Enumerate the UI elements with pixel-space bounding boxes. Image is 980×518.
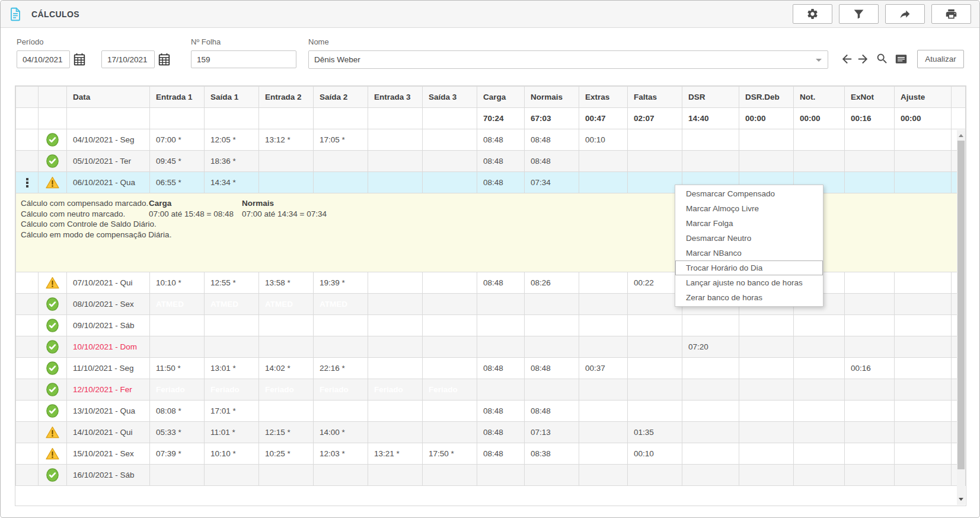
atualizar-button[interactable]: Atualizar [917,50,964,68]
cell-exnot[interactable] [845,443,895,465]
cell-entrada-2[interactable]: Feriado [259,379,314,401]
cell-faltas[interactable] [628,129,682,151]
cell-not[interactable] [794,443,845,465]
cell-carga[interactable]: 08:48 [477,358,525,379]
cell-data[interactable]: 09/10/2021 - Sáb [67,315,150,336]
cell-dsr[interactable] [682,465,739,486]
cell-dsr-deb[interactable] [739,401,794,422]
cell-not[interactable] [794,315,845,336]
cell-not[interactable] [794,422,845,443]
cell-data[interactable]: 13/10/2021 - Qua [67,401,150,422]
cell-exnot[interactable] [845,336,895,358]
cell-exnot[interactable] [845,379,895,401]
cell-saida-2[interactable]: 19:39 * [314,272,368,294]
cell-normais[interactable] [525,465,579,486]
cell-extras[interactable] [579,172,628,193]
cell-carga[interactable]: 08:48 [477,401,525,422]
menu-item-marcar-almoco-livre[interactable]: Marcar Almoço Livre [675,201,823,216]
cell-dsr-deb[interactable] [739,315,794,336]
cell-saida-3[interactable] [423,129,477,151]
cell-entrada-2[interactable]: 12:15 * [259,422,314,443]
cell-ajuste[interactable] [895,336,952,358]
cell-dsr-deb[interactable] [739,336,794,358]
cell-entrada-2[interactable] [259,336,314,358]
cell-faltas[interactable] [628,358,682,379]
cell-dsr[interactable] [682,401,739,422]
cell-data[interactable]: 06/10/2021 - Qua [67,172,150,193]
cell-saida-2[interactable] [314,336,368,358]
cell-ajuste[interactable] [895,294,952,315]
cell-carga[interactable] [477,336,525,358]
cell-extras[interactable] [579,315,628,336]
menu-item-desmarcar-neutro[interactable]: Desmarcar Neutro [675,231,823,246]
cell-saida-1[interactable]: Feriado [205,379,259,401]
menu-item-marcar-folga[interactable]: Marcar Folga [675,216,823,231]
cell-saida-2[interactable]: Feriado [314,379,368,401]
cell-carga[interactable]: 08:48 [477,151,525,172]
cell-exnot[interactable] [845,172,895,193]
scrollbar-thumb[interactable] [957,141,965,469]
cell-exnot[interactable] [845,294,895,315]
cell-not[interactable] [794,129,845,151]
cell-entrada-2[interactable]: 13:58 * [259,272,314,294]
cell-ajuste[interactable] [895,129,952,151]
cell-not[interactable] [794,151,845,172]
cell-saida-3[interactable]: 17:50 * [423,443,477,465]
cell-extras[interactable] [579,336,628,358]
cell-saida-3[interactable] [423,294,477,315]
cell-saida-2[interactable] [314,401,368,422]
cell-data[interactable]: 14/10/2021 - Qui [67,422,150,443]
cell-faltas[interactable] [628,172,682,193]
cell-dsr[interactable] [682,379,739,401]
cell-data[interactable]: 11/10/2021 - Seg [67,358,150,379]
scroll-down-button[interactable] [957,495,965,504]
next-employee-button[interactable] [856,52,870,68]
cell-exnot[interactable] [845,151,895,172]
cell-ajuste[interactable] [895,379,952,401]
cell-saida-3[interactable] [423,151,477,172]
cell-carga[interactable]: 08:48 [477,422,525,443]
cell-saida-2[interactable]: 14:00 * [314,422,368,443]
cell-normais[interactable] [525,379,579,401]
cell-entrada-2[interactable] [259,151,314,172]
date-to-input[interactable] [101,50,155,68]
cell-row-menu[interactable] [16,336,39,358]
cell-entrada-1[interactable] [150,465,205,486]
cell-entrada-3[interactable] [368,422,423,443]
cell-faltas[interactable] [628,336,682,358]
cell-ajuste[interactable] [895,443,952,465]
cell-normais[interactable]: 07:34 [525,172,579,193]
cell-extras[interactable] [579,151,628,172]
cell-entrada-3[interactable]: 13:21 * [368,443,423,465]
cell-dsr-deb[interactable] [739,422,794,443]
cell-normais[interactable]: 08:26 [525,272,579,294]
menu-item-trocar-horario-do-dia[interactable]: Trocar Horário do Dia [675,260,823,275]
cell-normais[interactable]: 08:38 [525,443,579,465]
cell-carga[interactable]: 08:48 [477,172,525,193]
cell-entrada-2[interactable] [259,172,314,193]
cell-row-menu[interactable] [16,315,39,336]
cell-faltas[interactable]: 01:35 [628,422,682,443]
cell-carga[interactable]: 08:48 [477,443,525,465]
cell-dsr-deb[interactable] [739,151,794,172]
cell-saida-3[interactable] [423,358,477,379]
cell-row-menu[interactable] [16,294,39,315]
cell-faltas[interactable] [628,465,682,486]
cell-saida-2[interactable]: 12:03 * [314,443,368,465]
cell-exnot[interactable]: 00:16 [845,358,895,379]
cell-entrada-1[interactable] [150,336,205,358]
cell-saida-1[interactable]: ATMED [205,294,259,315]
cell-dsr[interactable]: 07:20 [682,336,739,358]
cell-not[interactable] [794,336,845,358]
cell-data[interactable]: 10/10/2021 - Dom [67,336,150,358]
cell-saida-2[interactable]: ATMED [314,294,368,315]
cell-entrada-3[interactable] [368,336,423,358]
cell-exnot[interactable] [845,129,895,151]
cell-entrada-1[interactable] [150,315,205,336]
cell-entrada-1[interactable]: 09:45 * [150,151,205,172]
cell-entrada-1[interactable]: 06:55 * [150,172,205,193]
share-button[interactable] [885,4,925,24]
cell-normais[interactable] [525,294,579,315]
cell-faltas[interactable] [628,379,682,401]
cell-entrada-3[interactable] [368,401,423,422]
